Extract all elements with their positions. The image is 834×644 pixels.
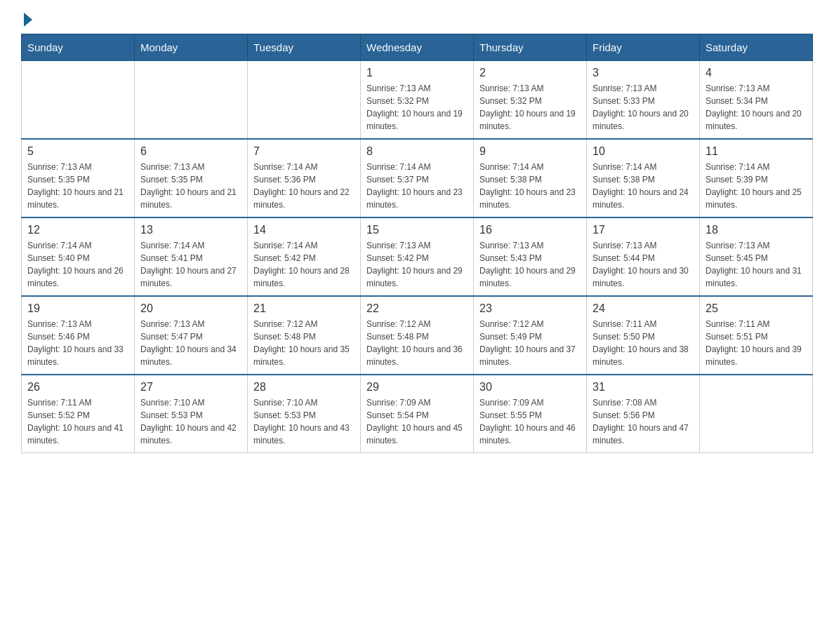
day-info: Sunrise: 7:13 AMSunset: 5:45 PMDaylight:…: [706, 239, 807, 290]
logo: [21, 14, 32, 27]
calendar-cell: 8Sunrise: 7:14 AMSunset: 5:37 PMDaylight…: [361, 139, 474, 217]
calendar-cell: 22Sunrise: 7:12 AMSunset: 5:48 PMDayligh…: [361, 296, 474, 375]
calendar-cell: 21Sunrise: 7:12 AMSunset: 5:48 PMDayligh…: [248, 296, 361, 375]
day-number: 3: [593, 67, 694, 79]
calendar-cell: 2Sunrise: 7:13 AMSunset: 5:32 PMDaylight…: [474, 61, 587, 140]
calendar-cell: 6Sunrise: 7:13 AMSunset: 5:35 PMDaylight…: [135, 139, 248, 217]
day-number: 15: [366, 224, 468, 236]
day-number: 17: [593, 224, 694, 236]
day-number: 31: [593, 381, 694, 394]
calendar-cell: 15Sunrise: 7:13 AMSunset: 5:42 PMDayligh…: [361, 217, 474, 296]
day-info: Sunrise: 7:11 AMSunset: 5:52 PMDaylight:…: [27, 396, 128, 447]
calendar-cell: 1Sunrise: 7:13 AMSunset: 5:32 PMDaylight…: [361, 61, 474, 140]
day-info: Sunrise: 7:12 AMSunset: 5:48 PMDaylight:…: [253, 318, 355, 368]
calendar-cell: 9Sunrise: 7:14 AMSunset: 5:38 PMDaylight…: [474, 139, 587, 217]
day-info: Sunrise: 7:09 AMSunset: 5:54 PMDaylight:…: [366, 396, 468, 447]
calendar-cell: 11Sunrise: 7:14 AMSunset: 5:39 PMDayligh…: [700, 139, 813, 217]
calendar-cell: 12Sunrise: 7:14 AMSunset: 5:40 PMDayligh…: [22, 217, 135, 296]
calendar-cell: [248, 61, 361, 140]
week-row-5: 26Sunrise: 7:11 AMSunset: 5:52 PMDayligh…: [22, 375, 813, 453]
day-number: 12: [27, 224, 128, 236]
day-number: 28: [253, 381, 355, 394]
day-info: Sunrise: 7:13 AMSunset: 5:46 PMDaylight:…: [27, 318, 128, 368]
calendar-table: SundayMondayTuesdayWednesdayThursdayFrid…: [21, 34, 813, 453]
day-info: Sunrise: 7:14 AMSunset: 5:40 PMDaylight:…: [27, 239, 128, 290]
day-number: 27: [140, 381, 241, 394]
day-header-thursday: Thursday: [474, 34, 587, 61]
day-number: 8: [366, 145, 468, 158]
day-info: Sunrise: 7:12 AMSunset: 5:48 PMDaylight:…: [366, 318, 468, 368]
day-info: Sunrise: 7:14 AMSunset: 5:41 PMDaylight:…: [140, 239, 241, 290]
day-info: Sunrise: 7:14 AMSunset: 5:38 PMDaylight:…: [479, 161, 581, 211]
day-number: 30: [479, 381, 581, 394]
day-info: Sunrise: 7:08 AMSunset: 5:56 PMDaylight:…: [593, 396, 694, 447]
day-number: 11: [706, 145, 807, 158]
page-header: [21, 14, 813, 27]
day-number: 24: [593, 302, 694, 315]
calendar-cell: [22, 61, 135, 140]
calendar-cell: 17Sunrise: 7:13 AMSunset: 5:44 PMDayligh…: [587, 217, 700, 296]
week-row-4: 19Sunrise: 7:13 AMSunset: 5:46 PMDayligh…: [22, 296, 813, 375]
day-info: Sunrise: 7:10 AMSunset: 5:53 PMDaylight:…: [140, 396, 241, 447]
day-number: 29: [366, 381, 468, 394]
week-row-1: 1Sunrise: 7:13 AMSunset: 5:32 PMDaylight…: [22, 61, 813, 140]
calendar-cell: 25Sunrise: 7:11 AMSunset: 5:51 PMDayligh…: [700, 296, 813, 375]
day-number: 23: [479, 302, 581, 315]
day-number: 22: [366, 302, 468, 315]
calendar-cell: 18Sunrise: 7:13 AMSunset: 5:45 PMDayligh…: [700, 217, 813, 296]
day-number: 14: [253, 224, 355, 236]
calendar-cell: 19Sunrise: 7:13 AMSunset: 5:46 PMDayligh…: [22, 296, 135, 375]
calendar-cell: [700, 375, 813, 453]
day-info: Sunrise: 7:13 AMSunset: 5:32 PMDaylight:…: [479, 82, 581, 133]
day-info: Sunrise: 7:13 AMSunset: 5:44 PMDaylight:…: [593, 239, 694, 290]
day-info: Sunrise: 7:11 AMSunset: 5:51 PMDaylight:…: [706, 318, 807, 368]
day-info: Sunrise: 7:09 AMSunset: 5:55 PMDaylight:…: [479, 396, 581, 447]
day-number: 4: [706, 67, 807, 79]
calendar-cell: 30Sunrise: 7:09 AMSunset: 5:55 PMDayligh…: [474, 375, 587, 453]
day-number: 19: [27, 302, 128, 315]
day-number: 18: [706, 224, 807, 236]
calendar-cell: 24Sunrise: 7:11 AMSunset: 5:50 PMDayligh…: [587, 296, 700, 375]
day-info: Sunrise: 7:13 AMSunset: 5:47 PMDaylight:…: [140, 318, 241, 368]
day-info: Sunrise: 7:14 AMSunset: 5:36 PMDaylight:…: [253, 161, 355, 211]
day-header-saturday: Saturday: [700, 34, 813, 61]
day-number: 6: [140, 145, 241, 158]
calendar-cell: 4Sunrise: 7:13 AMSunset: 5:34 PMDaylight…: [700, 61, 813, 140]
calendar-cell: 13Sunrise: 7:14 AMSunset: 5:41 PMDayligh…: [135, 217, 248, 296]
day-info: Sunrise: 7:12 AMSunset: 5:49 PMDaylight:…: [479, 318, 581, 368]
day-info: Sunrise: 7:11 AMSunset: 5:50 PMDaylight:…: [593, 318, 694, 368]
calendar-cell: 7Sunrise: 7:14 AMSunset: 5:36 PMDaylight…: [248, 139, 361, 217]
calendar-cell: 31Sunrise: 7:08 AMSunset: 5:56 PMDayligh…: [587, 375, 700, 453]
day-header-tuesday: Tuesday: [248, 34, 361, 61]
calendar-cell: 27Sunrise: 7:10 AMSunset: 5:53 PMDayligh…: [135, 375, 248, 453]
day-info: Sunrise: 7:14 AMSunset: 5:39 PMDaylight:…: [706, 161, 807, 211]
day-number: 2: [479, 67, 581, 79]
day-info: Sunrise: 7:13 AMSunset: 5:34 PMDaylight:…: [706, 82, 807, 133]
calendar-cell: 28Sunrise: 7:10 AMSunset: 5:53 PMDayligh…: [248, 375, 361, 453]
day-header-wednesday: Wednesday: [361, 34, 474, 61]
calendar-cell: 16Sunrise: 7:13 AMSunset: 5:43 PMDayligh…: [474, 217, 587, 296]
day-number: 20: [140, 302, 241, 315]
day-info: Sunrise: 7:14 AMSunset: 5:38 PMDaylight:…: [593, 161, 694, 211]
day-info: Sunrise: 7:13 AMSunset: 5:35 PMDaylight:…: [140, 161, 241, 211]
week-row-2: 5Sunrise: 7:13 AMSunset: 5:35 PMDaylight…: [22, 139, 813, 217]
day-info: Sunrise: 7:10 AMSunset: 5:53 PMDaylight:…: [253, 396, 355, 447]
calendar-cell: 26Sunrise: 7:11 AMSunset: 5:52 PMDayligh…: [22, 375, 135, 453]
calendar-cell: 14Sunrise: 7:14 AMSunset: 5:42 PMDayligh…: [248, 217, 361, 296]
calendar-cell: 5Sunrise: 7:13 AMSunset: 5:35 PMDaylight…: [22, 139, 135, 217]
day-number: 16: [479, 224, 581, 236]
day-number: 25: [706, 302, 807, 315]
day-number: 26: [27, 381, 128, 394]
day-number: 21: [253, 302, 355, 315]
day-info: Sunrise: 7:14 AMSunset: 5:42 PMDaylight:…: [253, 239, 355, 290]
calendar-cell: [135, 61, 248, 140]
day-number: 13: [140, 224, 241, 236]
calendar-cell: 10Sunrise: 7:14 AMSunset: 5:38 PMDayligh…: [587, 139, 700, 217]
logo-arrow-icon: [24, 13, 32, 27]
calendar-cell: 3Sunrise: 7:13 AMSunset: 5:33 PMDaylight…: [587, 61, 700, 140]
calendar-cell: 23Sunrise: 7:12 AMSunset: 5:49 PMDayligh…: [474, 296, 587, 375]
week-row-3: 12Sunrise: 7:14 AMSunset: 5:40 PMDayligh…: [22, 217, 813, 296]
day-header-friday: Friday: [587, 34, 700, 61]
day-info: Sunrise: 7:13 AMSunset: 5:35 PMDaylight:…: [27, 161, 128, 211]
calendar-header-row: SundayMondayTuesdayWednesdayThursdayFrid…: [22, 34, 813, 61]
